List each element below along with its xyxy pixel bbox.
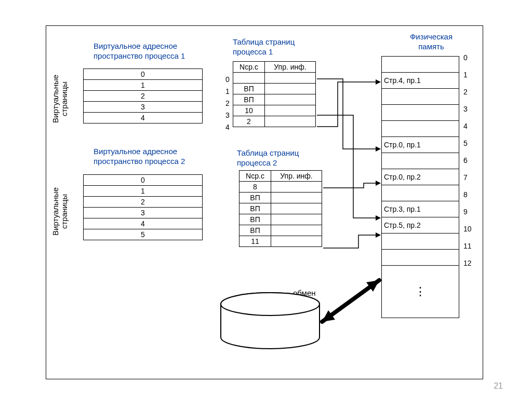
pt2-c2	[271, 214, 322, 225]
phys-cell	[382, 234, 459, 250]
pt1-c2	[265, 116, 316, 127]
pt1-c2	[265, 94, 316, 105]
pt1-h1: Nср.с	[233, 62, 265, 73]
phys-idx: 10	[463, 225, 472, 233]
vlabel-1: Виртуальныестраницы	[51, 67, 69, 130]
vas2-row: 5	[84, 229, 203, 240]
phys-idx: 12	[463, 259, 472, 267]
pt1-c1: 2	[233, 116, 265, 127]
pt2-c2	[271, 225, 322, 236]
phys-idx: 6	[463, 156, 468, 164]
phys-table: Стр.4, пр.1 Стр.0, пр.1 Стр.0, пр.2 Стр.…	[381, 56, 459, 318]
title-pt2: Таблица страницпроцесса 2	[237, 148, 299, 168]
pt2-h1: Nср.с	[240, 171, 271, 182]
phys-idx: 2	[463, 88, 468, 96]
phys-idx: 4	[463, 122, 468, 130]
title-vas1: Виртуальное адресноепространство процесс…	[94, 42, 185, 61]
phys-idx: 8	[463, 190, 468, 199]
vas1-row: 0	[84, 69, 203, 80]
pt2-table: Nср.сУпр. инф. 8 ВП ВП ВП ВП 11	[239, 170, 322, 247]
pt2-c2	[271, 236, 322, 247]
title-phys: Физическаяпамять	[400, 32, 462, 52]
pt1-c1: ВП	[233, 94, 265, 105]
pt2-c1: ВП	[240, 225, 271, 236]
phys-idx: 1	[463, 71, 468, 79]
phys-idx: 11	[463, 242, 472, 250]
vas1-table: 0 1 2 3 4	[83, 68, 203, 123]
vas1-row: 2	[84, 91, 203, 102]
pt1-idx: 4	[225, 123, 230, 131]
vas1-row: 3	[84, 102, 203, 113]
phys-cell	[382, 250, 459, 266]
pt1-idx: 3	[225, 111, 230, 119]
pt2-c1: ВП	[240, 214, 271, 225]
vas2-row: 1	[84, 186, 203, 197]
pt1-h2: Упр. инф.	[265, 62, 316, 73]
phys-cell: Стр.3, пр.1	[382, 201, 459, 217]
pt1-idx: 2	[225, 99, 230, 107]
phys-cell-ellipsis: ⋮	[382, 266, 459, 318]
pt1-c2	[265, 105, 316, 116]
pt2-c2	[271, 193, 322, 203]
label-exchange: обмен	[293, 289, 316, 298]
vas2-row: 3	[84, 208, 203, 218]
phys-idx: 3	[463, 105, 468, 113]
vas2-row: 0	[84, 175, 203, 186]
phys-cell	[382, 89, 459, 105]
phys-cell	[382, 121, 459, 137]
vas2-row: 4	[84, 218, 203, 229]
phys-cell: Стр.0, пр.2	[382, 169, 459, 185]
diagram-stage: { "slide_number": "21", "titles": { "vas…	[0, 0, 532, 398]
pt2-h2: Упр. инф.	[271, 171, 322, 182]
phys-idx: 7	[463, 173, 468, 182]
pt1-c2	[265, 73, 316, 84]
phys-cell	[382, 153, 459, 169]
phys-cell: Стр.0, пр.1	[382, 137, 459, 153]
pt2-c1: 8	[240, 182, 271, 193]
vas1-row: 4	[84, 113, 203, 123]
vas1-row: 1	[84, 80, 203, 91]
phys-idx: 9	[463, 208, 468, 216]
title-pt1: Таблица страницпроцесса 1	[233, 37, 295, 57]
phys-idx: 0	[463, 53, 468, 62]
phys-idx: 5	[463, 139, 468, 147]
pt2-c1: ВП	[240, 203, 271, 214]
vas2-table: 0 1 2 3 4 5	[83, 174, 203, 240]
vas2-row: 2	[84, 197, 203, 208]
slide-number: 21	[494, 381, 503, 391]
title-vas2: Виртуальное адресноепространство процесс…	[94, 147, 185, 167]
pt2-c1: 11	[240, 236, 271, 247]
pt1-c1: 10	[233, 105, 265, 116]
phys-cell	[382, 185, 459, 201]
phys-cell	[382, 57, 459, 73]
vlabel-2: Виртуальныестраницы	[51, 177, 69, 245]
pt2-c2	[271, 182, 322, 193]
phys-cell: Стр.5, пр.2	[382, 217, 459, 234]
pt1-c1	[233, 73, 265, 84]
pt1-idx: 0	[225, 75, 230, 84]
pt2-c2	[271, 203, 322, 214]
phys-cell	[382, 105, 459, 121]
pt1-idx: 1	[225, 87, 230, 95]
pt1-table: Nср.сУпр. инф. ВП ВП 10 2	[233, 61, 316, 127]
pt1-c2	[265, 84, 316, 94]
pt1-c1: ВП	[233, 84, 265, 94]
pt2-c1: ВП	[240, 193, 271, 203]
phys-cell: Стр.4, пр.1	[382, 73, 459, 89]
